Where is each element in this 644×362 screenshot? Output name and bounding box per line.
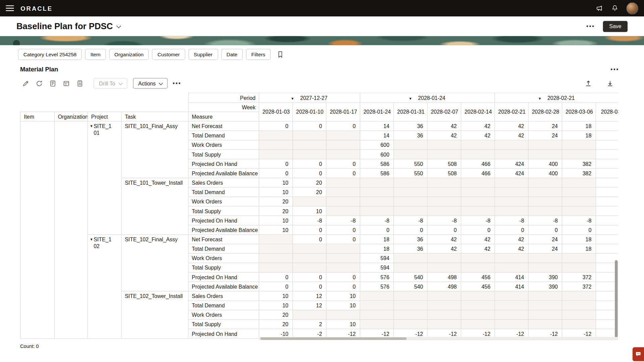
data-cell[interactable]: 20 <box>259 310 292 319</box>
data-cell[interactable]: 0 <box>326 159 360 168</box>
data-cell[interactable]: 508 <box>427 169 461 178</box>
data-cell[interactable]: 600 <box>360 140 393 149</box>
data-cell[interactable] <box>360 310 393 319</box>
data-cell[interactable]: 550 <box>394 169 427 178</box>
data-cell[interactable]: 10 <box>259 291 292 301</box>
data-cell[interactable] <box>326 131 360 140</box>
data-cell[interactable]: 414 <box>495 272 528 282</box>
data-cell[interactable]: 42 <box>427 244 461 253</box>
edit-pencil-icon[interactable] <box>20 79 31 88</box>
data-cell[interactable] <box>259 263 292 272</box>
data-cell[interactable]: 2 <box>292 319 326 329</box>
data-cell[interactable]: 540 <box>394 282 427 291</box>
data-cell[interactable] <box>528 301 562 310</box>
data-cell[interactable]: 42 <box>427 235 461 244</box>
data-cell[interactable] <box>326 310 360 319</box>
data-cell[interactable] <box>562 301 596 310</box>
data-cell[interactable] <box>495 178 528 187</box>
data-cell[interactable] <box>326 263 360 272</box>
notifications-bell-icon[interactable] <box>611 4 619 12</box>
data-cell[interactable] <box>562 178 596 187</box>
data-cell[interactable] <box>596 197 618 206</box>
announcements-icon[interactable] <box>595 4 603 12</box>
data-cell[interactable]: -8 <box>360 216 393 225</box>
data-cell[interactable] <box>562 140 596 149</box>
data-cell[interactable] <box>427 149 461 159</box>
data-cell[interactable] <box>427 263 461 272</box>
data-cell[interactable] <box>495 197 528 206</box>
horizontal-scrollbar[interactable] <box>259 337 618 340</box>
data-cell[interactable]: 0 <box>326 169 360 178</box>
data-cell[interactable]: 10 <box>259 187 292 197</box>
data-cell[interactable]: 42 <box>495 244 528 253</box>
filter-chip-filters[interactable]: Filters <box>246 49 271 60</box>
data-cell[interactable]: -8 <box>394 216 427 225</box>
data-cell[interactable] <box>495 301 528 310</box>
data-cell[interactable] <box>360 319 393 329</box>
data-cell[interactable] <box>495 310 528 319</box>
data-cell[interactable]: 508 <box>427 159 461 168</box>
data-cell[interactable] <box>596 121 618 131</box>
data-cell[interactable]: 36 <box>394 235 427 244</box>
data-cell[interactable] <box>427 178 461 187</box>
filter-chip-category-level[interactable]: Category Level 254258 <box>18 49 82 60</box>
data-cell[interactable] <box>292 263 326 272</box>
data-cell[interactable]: 20 <box>292 178 326 187</box>
data-cell[interactable]: 0 <box>495 225 528 235</box>
data-cell[interactable]: 540 <box>394 272 427 282</box>
data-cell[interactable] <box>596 225 618 235</box>
data-cell[interactable] <box>596 216 618 225</box>
data-cell[interactable]: -8 <box>562 216 596 225</box>
data-cell[interactable] <box>528 310 562 319</box>
page-more-actions-icon[interactable] <box>590 25 591 27</box>
collapse-icon[interactable]: ▾ <box>90 123 92 129</box>
data-cell[interactable] <box>562 187 596 197</box>
data-cell[interactable] <box>360 291 393 301</box>
data-cell[interactable]: 42 <box>427 131 461 140</box>
period-header[interactable]: ▾2028-01-24 <box>360 93 495 102</box>
data-cell[interactable]: 24 <box>528 131 562 140</box>
data-cell[interactable] <box>427 197 461 206</box>
calculator-icon[interactable] <box>74 79 85 88</box>
data-cell[interactable]: 0 <box>292 121 326 131</box>
data-cell[interactable] <box>528 319 562 329</box>
hamburger-menu-icon[interactable] <box>6 5 14 11</box>
data-cell[interactable] <box>259 149 292 159</box>
data-cell[interactable] <box>562 319 596 329</box>
data-cell[interactable]: 20 <box>259 197 292 206</box>
data-cell[interactable]: 576 <box>360 272 393 282</box>
data-cell[interactable]: 600 <box>360 149 393 159</box>
data-cell[interactable]: 594 <box>360 263 393 272</box>
data-cell[interactable]: -8 <box>528 216 562 225</box>
data-cell[interactable] <box>427 310 461 319</box>
data-cell[interactable]: 0 <box>292 169 326 178</box>
data-cell[interactable] <box>495 319 528 329</box>
data-cell[interactable] <box>596 159 618 168</box>
data-cell[interactable]: 0 <box>562 225 596 235</box>
data-cell[interactable] <box>259 140 292 149</box>
period-dropdown-icon[interactable]: ▾ <box>291 96 293 100</box>
data-cell[interactable] <box>461 310 494 319</box>
data-cell[interactable]: 10 <box>292 206 326 216</box>
data-cell[interactable]: 594 <box>360 253 393 263</box>
data-cell[interactable]: 0 <box>292 235 326 244</box>
data-cell[interactable] <box>326 149 360 159</box>
data-cell[interactable] <box>461 197 494 206</box>
title-dropdown-chevron-icon[interactable] <box>116 23 121 28</box>
data-cell[interactable]: 10 <box>259 225 292 235</box>
data-cell[interactable] <box>495 206 528 216</box>
data-cell[interactable] <box>461 187 494 197</box>
data-cell[interactable]: 390 <box>528 272 562 282</box>
data-cell[interactable] <box>326 178 360 187</box>
chat-launcher-button[interactable] <box>633 347 644 361</box>
data-cell[interactable]: 42 <box>461 121 494 131</box>
data-cell[interactable] <box>596 206 618 216</box>
data-cell[interactable] <box>427 187 461 197</box>
data-cell[interactable]: 550 <box>394 159 427 168</box>
data-cell[interactable] <box>394 310 427 319</box>
data-cell[interactable] <box>562 263 596 272</box>
data-cell[interactable] <box>596 235 618 244</box>
data-cell[interactable] <box>596 169 618 178</box>
data-cell[interactable] <box>528 197 562 206</box>
data-cell[interactable] <box>394 140 427 149</box>
